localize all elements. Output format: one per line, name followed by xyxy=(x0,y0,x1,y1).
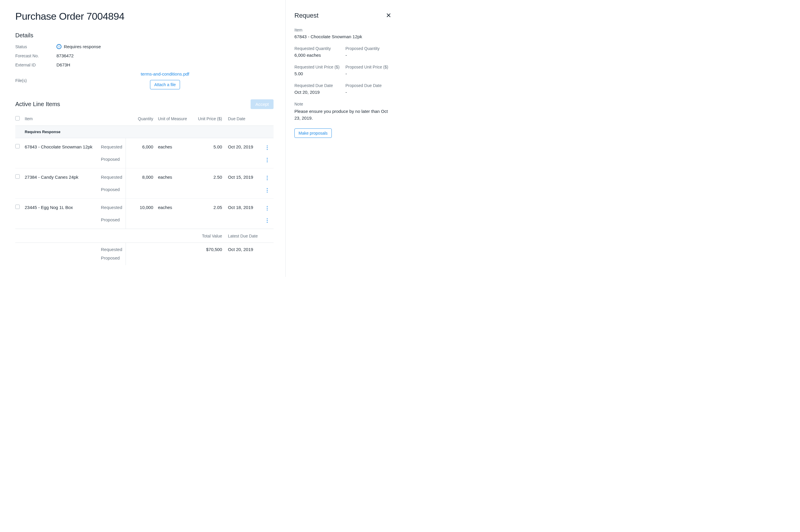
make-proposals-button[interactable]: Make proposals xyxy=(294,129,332,138)
row-uom: eaches xyxy=(156,175,191,179)
row-checkbox[interactable] xyxy=(15,144,20,148)
column-unit-price: Unit Price ($) xyxy=(193,116,225,121)
req-qty-label: Requested Quantity xyxy=(294,46,340,51)
summary-total-value: $70,500 xyxy=(193,247,225,252)
attach-file-button[interactable]: Attach a file xyxy=(150,80,180,89)
row-uom: eaches xyxy=(156,144,191,149)
row-kind-proposed: Proposed xyxy=(101,157,127,162)
row-menu-icon[interactable] xyxy=(265,217,269,224)
row-due-date: Oct 20, 2019 xyxy=(226,144,261,149)
row-unit-price: 2.50 xyxy=(193,175,225,179)
prop-qty-value: - xyxy=(346,53,391,58)
req-due-value: Oct 20, 2019 xyxy=(294,90,340,95)
prop-price-label: Proposed Unit Price ($) xyxy=(346,65,391,69)
row-menu-icon[interactable] xyxy=(265,175,269,182)
status-value: Requires response xyxy=(64,44,101,49)
select-all-checkbox[interactable] xyxy=(15,116,20,120)
table-row: 67843 - Chocolate Snowman 12pk Requested… xyxy=(15,138,274,153)
external-id-value: D673H xyxy=(56,62,274,67)
request-heading: Request xyxy=(294,12,318,19)
group-requires-response: Requires Response xyxy=(25,130,272,134)
req-price-value: 5.00 xyxy=(294,71,340,76)
row-due-date: Oct 15, 2019 xyxy=(226,175,261,179)
column-quantity: Quantity xyxy=(129,116,155,121)
row-due-date: Oct 18, 2019 xyxy=(226,205,261,210)
status-label: Status xyxy=(15,44,56,49)
row-item: 23445 - Egg Nog 1L Box xyxy=(25,205,100,210)
line-items-heading: Active Line Items xyxy=(15,101,60,108)
row-menu-icon[interactable] xyxy=(265,187,269,194)
row-menu-icon[interactable] xyxy=(265,205,269,212)
summary-kind-proposed: Proposed xyxy=(101,255,127,261)
row-quantity: 10,000 xyxy=(129,205,155,210)
row-uom: eaches xyxy=(156,205,191,210)
prop-due-label: Proposed Due Date xyxy=(346,83,391,88)
row-checkbox[interactable] xyxy=(15,205,20,209)
summary-row: Requested $70,500 Oct 20, 2019 xyxy=(15,243,274,254)
row-kind-proposed: Proposed xyxy=(101,187,127,192)
summary-latest-value: Oct 20, 2019 xyxy=(226,247,261,252)
row-quantity: 6,000 xyxy=(129,144,155,149)
prop-qty-label: Proposed Quantity xyxy=(346,46,391,51)
close-icon[interactable]: ✕ xyxy=(386,12,391,19)
alert-circle-icon: ! xyxy=(56,44,61,49)
table-row: Proposed xyxy=(15,183,274,199)
summary-kind-requested: Requested xyxy=(101,247,127,252)
table-row: Proposed xyxy=(15,213,274,229)
external-id-label: External ID xyxy=(15,63,56,67)
table-row: 23445 - Egg Nog 1L Box Requested 10,000 … xyxy=(15,199,274,213)
request-item-label: Item xyxy=(294,27,391,32)
details-heading: Details xyxy=(15,32,274,39)
request-item-value: 67843 - Chocolate Snowman 12pk xyxy=(294,34,391,39)
summary-latest-label: Latest Due Date xyxy=(226,234,261,239)
table-row: 27384 - Candy Canes 24pk Requested 8,000… xyxy=(15,168,274,183)
row-item: 67843 - Chocolate Snowman 12pk xyxy=(25,144,100,149)
column-uom: Unit of Measure xyxy=(156,116,191,121)
row-checkbox[interactable] xyxy=(15,174,20,179)
summary-row: Proposed xyxy=(15,254,274,265)
files-label: File(s) xyxy=(15,78,56,83)
row-unit-price: 5.00 xyxy=(193,144,225,149)
req-due-label: Requested Due Date xyxy=(294,83,340,88)
summary-total-label: Total Value xyxy=(193,234,225,239)
column-item: Item xyxy=(25,116,100,121)
column-due-date: Due Date xyxy=(226,116,261,121)
table-row: Proposed xyxy=(15,153,274,168)
prop-price-value: - xyxy=(346,71,391,76)
row-kind-requested: Requested xyxy=(101,205,127,210)
row-menu-icon[interactable] xyxy=(265,157,269,164)
file-link[interactable]: terms-and-conditions.pdf xyxy=(141,72,189,76)
row-unit-price: 2.05 xyxy=(193,205,225,210)
row-kind-proposed: Proposed xyxy=(101,217,127,222)
req-qty-value: 6,000 eaches xyxy=(294,53,340,58)
row-quantity: 8,000 xyxy=(129,175,155,179)
note-label: Note xyxy=(294,102,391,107)
note-value: Please ensure you produce by no later th… xyxy=(294,108,391,121)
row-kind-requested: Requested xyxy=(101,144,127,149)
forecast-label: Forecast No. xyxy=(15,54,56,58)
accept-button[interactable]: Accept xyxy=(250,99,274,109)
req-price-label: Requested Unit Price ($) xyxy=(294,65,340,69)
prop-due-value: - xyxy=(346,90,391,95)
row-item: 27384 - Candy Canes 24pk xyxy=(25,175,100,179)
row-menu-icon[interactable] xyxy=(265,144,269,151)
page-title: Purchase Order 7004894 xyxy=(15,11,274,22)
forecast-value: 8736472 xyxy=(56,53,274,58)
row-kind-requested: Requested xyxy=(101,175,127,179)
